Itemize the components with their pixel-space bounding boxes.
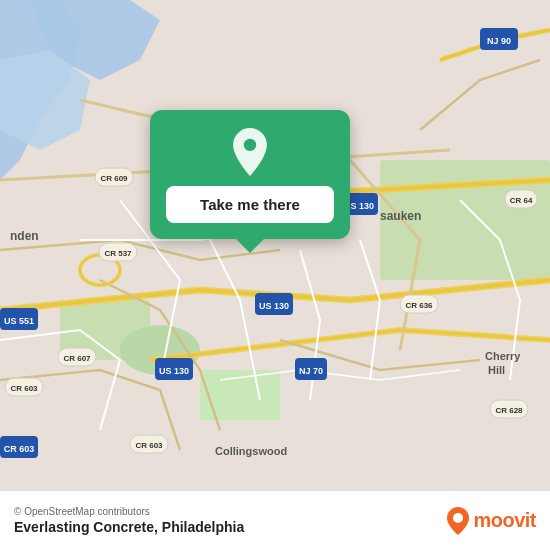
map-container: US 130 NJ 90 US 130 US 130 NJ 70 CR 609 …: [0, 0, 550, 490]
bottom-bar: © OpenStreetMap contributors Everlasting…: [0, 490, 550, 550]
svg-text:sauken: sauken: [380, 209, 421, 223]
svg-text:NJ 90: NJ 90: [487, 36, 511, 46]
svg-text:US 130: US 130: [159, 366, 189, 376]
svg-text:US 551: US 551: [4, 316, 34, 326]
bottom-left: © OpenStreetMap contributors Everlasting…: [14, 506, 244, 535]
svg-text:CR 607: CR 607: [63, 354, 91, 363]
svg-text:CR 537: CR 537: [104, 249, 132, 258]
svg-text:Hill: Hill: [488, 364, 505, 376]
take-me-there-button[interactable]: Take me there: [166, 186, 334, 223]
map-svg: US 130 NJ 90 US 130 US 130 NJ 70 CR 609 …: [0, 0, 550, 490]
moovit-text: moovit: [473, 509, 536, 532]
location-pin-icon: [226, 128, 274, 176]
svg-text:nden: nden: [10, 229, 39, 243]
location-name: Everlasting Concrete, Philadelphia: [14, 519, 244, 535]
svg-text:CR 64: CR 64: [510, 196, 533, 205]
svg-text:CR 609: CR 609: [100, 174, 128, 183]
moovit-logo: moovit: [447, 507, 536, 535]
svg-point-44: [244, 139, 256, 151]
svg-text:Cherry: Cherry: [485, 350, 521, 362]
svg-text:NJ 70: NJ 70: [299, 366, 323, 376]
svg-text:CR 603: CR 603: [135, 441, 163, 450]
svg-point-45: [453, 513, 463, 523]
osm-attribution: © OpenStreetMap contributors: [14, 506, 244, 517]
svg-text:CR 603: CR 603: [4, 444, 35, 454]
svg-text:US 130: US 130: [259, 301, 289, 311]
svg-text:CR 628: CR 628: [495, 406, 523, 415]
svg-text:Collingswood: Collingswood: [215, 445, 287, 457]
popup-card: Take me there: [150, 110, 350, 239]
moovit-pin-icon: [447, 507, 469, 535]
svg-text:CR 603: CR 603: [10, 384, 38, 393]
svg-text:CR 636: CR 636: [405, 301, 433, 310]
